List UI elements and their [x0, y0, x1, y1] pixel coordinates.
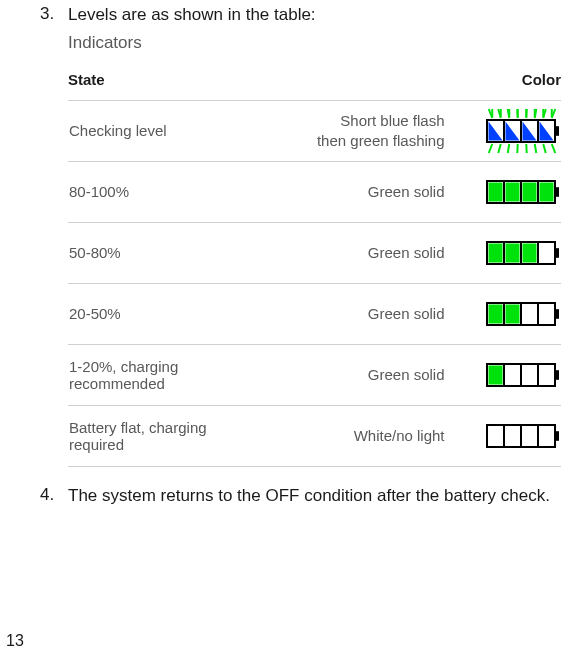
battery-icon [453, 405, 561, 466]
table-row: 1-20%, charging recommended Green solid [68, 344, 561, 405]
svg-line-29 [535, 144, 537, 153]
battery-icon [453, 100, 561, 161]
table-row: Checking level Short blue flashthen gree… [68, 100, 561, 161]
row-state: Checking level [68, 100, 260, 161]
battery-icon [453, 222, 561, 283]
svg-line-23 [508, 144, 510, 153]
svg-rect-1 [555, 126, 559, 136]
battery-icon [453, 283, 561, 344]
row-state: 80-100% [68, 161, 260, 222]
svg-rect-74 [555, 431, 559, 441]
svg-rect-42 [540, 182, 554, 201]
svg-rect-75 [489, 426, 503, 445]
svg-rect-47 [555, 248, 559, 258]
svg-line-25 [517, 144, 518, 153]
svg-rect-66 [489, 365, 503, 384]
svg-rect-40 [506, 182, 520, 201]
svg-line-27 [526, 144, 527, 153]
indicators-title: Indicators [68, 33, 561, 53]
svg-rect-49 [506, 243, 520, 262]
page-number: 13 [6, 632, 24, 650]
svg-rect-77 [523, 426, 537, 445]
svg-rect-60 [540, 304, 554, 323]
svg-rect-50 [523, 243, 537, 262]
svg-rect-67 [506, 365, 520, 384]
row-desc: Green solid [260, 283, 452, 344]
indicators-table: State Color Checking level Short blue fl… [68, 67, 561, 467]
svg-line-33 [552, 144, 556, 153]
table-row: 20-50% Green solid [68, 283, 561, 344]
step-4-number: 4. [40, 485, 54, 505]
svg-rect-58 [506, 304, 520, 323]
svg-rect-78 [540, 426, 554, 445]
row-desc: Short blue flashthen green flashing [260, 100, 452, 161]
svg-rect-59 [523, 304, 537, 323]
svg-rect-48 [489, 243, 503, 262]
row-state: Battery flat, charging required [68, 405, 260, 466]
row-state: 50-80% [68, 222, 260, 283]
table-row: Battery flat, charging required White/no… [68, 405, 561, 466]
svg-line-21 [498, 144, 501, 153]
row-desc: Green solid [260, 161, 452, 222]
step-3-text: Levels are as shown in the table: [68, 4, 561, 27]
svg-rect-51 [540, 243, 554, 262]
svg-line-31 [543, 144, 546, 153]
table-row: 50-80% Green solid [68, 222, 561, 283]
step-4-text: The system returns to the OFF condition … [68, 485, 561, 508]
svg-rect-56 [555, 309, 559, 319]
row-state: 20-50% [68, 283, 260, 344]
table-row: 80-100% Green solid [68, 161, 561, 222]
svg-rect-69 [540, 365, 554, 384]
header-color: Color [453, 67, 561, 101]
svg-rect-38 [555, 187, 559, 197]
row-desc: White/no light [260, 405, 452, 466]
svg-rect-68 [523, 365, 537, 384]
svg-rect-41 [523, 182, 537, 201]
svg-rect-39 [489, 182, 503, 201]
svg-rect-76 [506, 426, 520, 445]
svg-line-24 [517, 109, 518, 118]
step-3-number: 3. [40, 4, 54, 24]
row-desc: Green solid [260, 222, 452, 283]
svg-rect-57 [489, 304, 503, 323]
row-desc: Green solid [260, 344, 452, 405]
step-4: 4. The system returns to the OFF conditi… [40, 485, 561, 508]
header-state: State [68, 67, 453, 101]
svg-line-19 [489, 144, 493, 153]
step-3: 3. Levels are as shown in the table: Ind… [40, 4, 561, 467]
svg-line-26 [526, 109, 527, 118]
battery-icon [453, 344, 561, 405]
row-state: 1-20%, charging recommended [68, 344, 260, 405]
svg-rect-65 [555, 370, 559, 380]
battery-icon [453, 161, 561, 222]
